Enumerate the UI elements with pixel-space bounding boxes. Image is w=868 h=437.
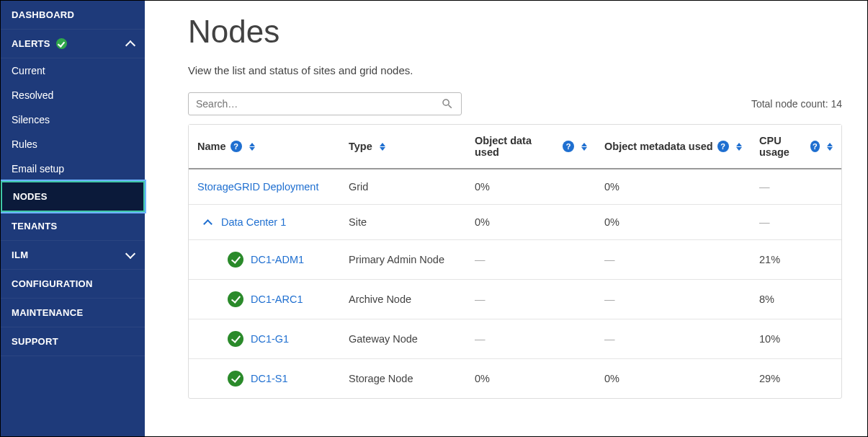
help-icon[interactable]: ?	[810, 141, 820, 152]
table-row: DC1-ADM1Primary Admin Node——21%	[189, 240, 841, 280]
nodes-table: Name ? Type	[188, 124, 842, 399]
nav-support-label: SUPPORT	[12, 336, 58, 347]
cell-cpu: 10%	[751, 319, 841, 359]
nav-dashboard[interactable]: DASHBOARD	[1, 1, 145, 30]
expand-icon[interactable]	[203, 219, 212, 229]
node-link[interactable]: DC1-ADM1	[251, 254, 304, 265]
toolbar: Total node count: 14	[188, 92, 842, 115]
nav-maintenance[interactable]: MAINTENANCE	[1, 299, 145, 327]
cell-type: Gateway Node	[340, 319, 466, 359]
node-link[interactable]: DC1-S1	[251, 373, 288, 384]
cell-type: Archive Node	[340, 280, 466, 319]
cell-metadata: —	[596, 319, 751, 359]
status-ok-icon	[228, 291, 243, 307]
col-header-cpu[interactable]: CPU usage ?	[751, 125, 841, 169]
page-description: View the list and status of sites and gr…	[188, 64, 842, 76]
col-header-type[interactable]: Type	[340, 125, 466, 169]
cell-cpu: 8%	[751, 280, 841, 319]
status-ok-icon	[228, 252, 243, 268]
cell-object-data: 0%	[466, 205, 596, 240]
col-header-name[interactable]: Name ?	[189, 125, 340, 169]
col-header-object-data[interactable]: Object data used ?	[466, 125, 596, 169]
total-node-count: Total node count: 14	[751, 98, 842, 110]
col-header-object-data-label: Object data used	[475, 135, 558, 158]
node-link[interactable]: DC1-G1	[251, 333, 289, 345]
cell-type: Storage Node	[340, 359, 466, 399]
nav-alerts-label: ALERTS	[12, 38, 50, 49]
table-row: Data Center 1Site0%0%—	[189, 205, 841, 240]
nav-ilm[interactable]: ILM	[1, 241, 145, 270]
col-header-metadata[interactable]: Object metadata used ?	[596, 125, 751, 169]
col-header-cpu-label: CPU usage	[759, 135, 806, 158]
cell-metadata: 0%	[596, 359, 751, 399]
node-link[interactable]: DC1-ARC1	[251, 293, 303, 305]
table-row: StorageGRID DeploymentGrid0%0%—	[189, 169, 841, 205]
sort-icon[interactable]	[581, 143, 587, 151]
table-row: DC1-ARC1Archive Node——8%	[189, 280, 841, 319]
cell-type: Grid	[340, 169, 466, 205]
nav-alerts-silences[interactable]: Silences	[1, 107, 145, 132]
cell-cpu: —	[751, 205, 841, 240]
help-icon[interactable]: ?	[231, 141, 242, 152]
cell-object-data: 0%	[466, 359, 596, 399]
nav-configuration[interactable]: CONFIGURATION	[1, 270, 145, 299]
node-link[interactable]: StorageGRID Deployment	[197, 181, 318, 193]
table-row: DC1-S1Storage Node0%0%29%	[189, 359, 841, 399]
cell-cpu: 29%	[751, 359, 841, 399]
col-header-name-label: Name	[197, 141, 226, 152]
sort-icon[interactable]	[249, 143, 255, 151]
help-icon[interactable]: ?	[563, 141, 574, 152]
cell-type: Site	[340, 205, 466, 240]
nav-configuration-label: CONFIGURATION	[12, 278, 93, 289]
col-header-metadata-label: Object metadata used	[604, 141, 713, 152]
nav-alerts-emailsetup[interactable]: Email setup	[1, 156, 145, 181]
nav-alerts-current[interactable]: Current	[1, 58, 145, 83]
nav-alerts-resolved[interactable]: Resolved	[1, 83, 145, 107]
nav-nodes[interactable]: NODES	[1, 181, 145, 212]
sidebar: DASHBOARD ALERTS Current Resolved Silenc…	[1, 1, 145, 436]
cell-object-data: —	[466, 240, 596, 280]
chevron-down-icon	[125, 249, 135, 259]
cell-metadata: 0%	[596, 169, 751, 205]
nav-tenants[interactable]: TENANTS	[1, 212, 145, 241]
cell-cpu: —	[751, 169, 841, 205]
nav-tenants-label: TENANTS	[12, 221, 58, 231]
col-header-type-label: Type	[349, 141, 372, 152]
chevron-up-icon	[125, 40, 135, 50]
cell-object-data: —	[466, 319, 596, 359]
cell-cpu: 21%	[751, 240, 841, 280]
cell-object-data: —	[466, 280, 596, 319]
help-icon[interactable]: ?	[717, 141, 729, 152]
status-ok-icon	[228, 331, 243, 347]
search-icon	[441, 97, 454, 110]
main-content: Nodes View the list and status of sites …	[145, 1, 867, 436]
nav-ilm-label: ILM	[12, 250, 28, 260]
sort-icon[interactable]	[380, 143, 385, 151]
nav-maintenance-label: MAINTENANCE	[12, 307, 83, 318]
cell-metadata: 0%	[596, 205, 751, 240]
cell-metadata: —	[596, 240, 751, 280]
search-box[interactable]	[188, 92, 462, 115]
sort-icon[interactable]	[827, 143, 833, 151]
nav-nodes-label: NODES	[13, 191, 48, 202]
status-ok-icon	[228, 371, 243, 387]
page-title: Nodes	[188, 14, 842, 50]
cell-metadata: —	[596, 280, 751, 319]
cell-type: Primary Admin Node	[340, 240, 466, 280]
sort-icon[interactable]	[736, 143, 742, 151]
check-icon	[56, 38, 67, 49]
nav-alerts-rules[interactable]: Rules	[1, 132, 145, 156]
nav-dashboard-label: DASHBOARD	[12, 9, 74, 20]
cell-object-data: 0%	[466, 169, 596, 205]
nav-alerts[interactable]: ALERTS	[1, 30, 145, 58]
node-link[interactable]: Data Center 1	[221, 216, 286, 228]
nav-support[interactable]: SUPPORT	[1, 327, 145, 356]
table-scroll[interactable]: Name ? Type	[189, 125, 841, 398]
table-row: DC1-G1Gateway Node——10%	[189, 319, 841, 359]
search-input[interactable]	[196, 98, 441, 110]
